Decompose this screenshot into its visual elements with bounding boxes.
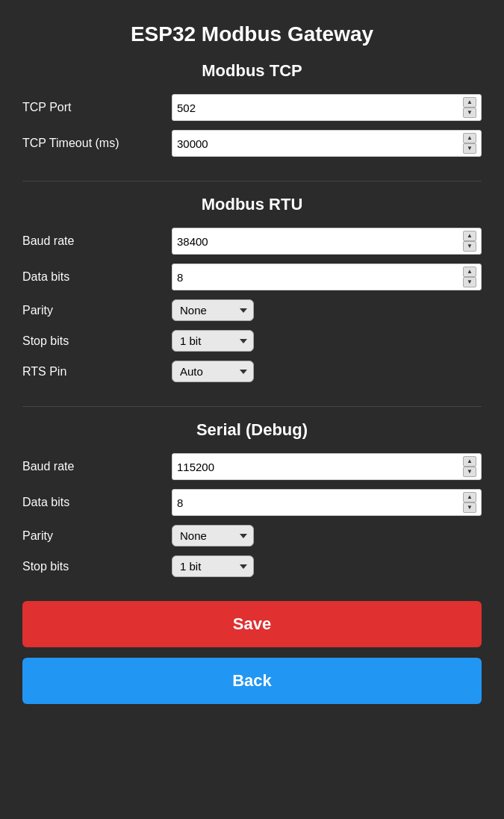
rtu-rts-pin-label: RTS Pin (22, 365, 172, 379)
back-button[interactable]: Back (22, 658, 482, 704)
modbus-tcp-title: Modbus TCP (22, 61, 482, 81)
debug-data-bits-down-btn[interactable]: ▼ (463, 502, 476, 513)
rtu-baud-rate-spinner: ▲ ▼ (463, 231, 476, 252)
page-title: ESP32 Modbus Gateway (131, 22, 373, 46)
tcp-port-down-btn[interactable]: ▼ (463, 108, 476, 118)
tcp-timeout-input-wrapper[interactable]: ▲ ▼ (172, 130, 482, 157)
debug-baud-rate-input[interactable] (177, 461, 460, 473)
debug-parity-select[interactable]: None Even Odd (172, 525, 254, 546)
rtu-baud-rate-label: Baud rate (22, 234, 172, 248)
rtu-data-bits-down-btn[interactable]: ▼ (463, 277, 476, 287)
tcp-port-spinner: ▲ ▼ (463, 97, 476, 118)
rtu-baud-rate-group: Baud rate ▲ ▼ (22, 228, 482, 255)
rtu-parity-select[interactable]: None Even Odd (172, 299, 254, 321)
debug-data-bits-label: Data bits (22, 496, 172, 509)
divider-2 (22, 406, 482, 407)
rtu-rts-pin-group: RTS Pin Auto 0 1 2 (22, 361, 482, 382)
debug-stop-bits-select[interactable]: 1 bit 2 bits (172, 555, 254, 577)
debug-data-bits-wrapper[interactable]: ▲ ▼ (172, 489, 482, 516)
rtu-data-bits-label: Data bits (22, 270, 172, 284)
tcp-timeout-group: TCP Timeout (ms) ▲ ▼ (22, 130, 482, 157)
debug-data-bits-spinner: ▲ ▼ (463, 492, 476, 513)
tcp-timeout-up-btn[interactable]: ▲ (463, 133, 476, 143)
debug-parity-label: Parity (22, 529, 172, 543)
debug-stop-bits-group: Stop bits 1 bit 2 bits (22, 555, 482, 577)
divider-1 (22, 181, 482, 181)
debug-baud-rate-spinner: ▲ ▼ (463, 456, 476, 477)
modbus-rtu-section: Modbus RTU Baud rate ▲ ▼ Data bits ▲ ▼ (22, 195, 482, 391)
tcp-port-input-wrapper[interactable]: ▲ ▼ (172, 94, 482, 121)
tcp-timeout-down-btn[interactable]: ▼ (463, 143, 476, 154)
rtu-data-bits-input[interactable] (177, 271, 460, 284)
tcp-port-input[interactable] (177, 102, 460, 114)
tcp-timeout-label: TCP Timeout (ms) (22, 137, 172, 150)
rtu-baud-rate-down-btn[interactable]: ▼ (463, 241, 476, 252)
modbus-rtu-title: Modbus RTU (22, 195, 482, 214)
debug-baud-rate-group: Baud rate ▲ ▼ (22, 453, 482, 480)
rtu-data-bits-wrapper[interactable]: ▲ ▼ (172, 264, 482, 290)
rtu-baud-rate-input[interactable] (177, 235, 460, 248)
rtu-data-bits-group: Data bits ▲ ▼ (22, 264, 482, 290)
debug-data-bits-group: Data bits ▲ ▼ (22, 489, 482, 516)
tcp-port-label: TCP Port (22, 101, 172, 114)
tcp-timeout-spinner: ▲ ▼ (463, 133, 476, 154)
debug-baud-rate-up-btn[interactable]: ▲ (463, 456, 476, 467)
rtu-baud-rate-up-btn[interactable]: ▲ (463, 231, 476, 241)
serial-debug-section: Serial (Debug) Baud rate ▲ ▼ Data bits ▲… (22, 420, 482, 586)
debug-parity-group: Parity None Even Odd (22, 525, 482, 546)
rtu-parity-group: Parity None Even Odd (22, 299, 482, 321)
debug-data-bits-up-btn[interactable]: ▲ (463, 492, 476, 502)
debug-baud-rate-label: Baud rate (22, 460, 172, 473)
tcp-port-group: TCP Port ▲ ▼ (22, 94, 482, 121)
page-container: ESP32 Modbus Gateway Modbus TCP TCP Port… (0, 0, 504, 819)
rtu-stop-bits-select[interactable]: 1 bit 2 bits (172, 330, 254, 352)
modbus-tcp-section: Modbus TCP TCP Port ▲ ▼ TCP Timeout (ms)… (22, 61, 482, 166)
serial-debug-title: Serial (Debug) (22, 420, 482, 440)
tcp-timeout-input[interactable] (177, 137, 460, 150)
debug-stop-bits-label: Stop bits (22, 560, 172, 573)
rtu-data-bits-up-btn[interactable]: ▲ (463, 267, 476, 277)
debug-baud-rate-wrapper[interactable]: ▲ ▼ (172, 453, 482, 480)
debug-data-bits-input[interactable] (177, 496, 460, 509)
rtu-parity-label: Parity (22, 304, 172, 317)
rtu-stop-bits-group: Stop bits 1 bit 2 bits (22, 330, 482, 352)
tcp-port-up-btn[interactable]: ▲ (463, 97, 476, 108)
rtu-rts-pin-select[interactable]: Auto 0 1 2 (172, 361, 254, 382)
rtu-data-bits-spinner: ▲ ▼ (463, 267, 476, 287)
rtu-stop-bits-label: Stop bits (22, 334, 172, 348)
save-button[interactable]: Save (22, 601, 482, 647)
rtu-baud-rate-wrapper[interactable]: ▲ ▼ (172, 228, 482, 255)
debug-baud-rate-down-btn[interactable]: ▼ (463, 467, 476, 477)
